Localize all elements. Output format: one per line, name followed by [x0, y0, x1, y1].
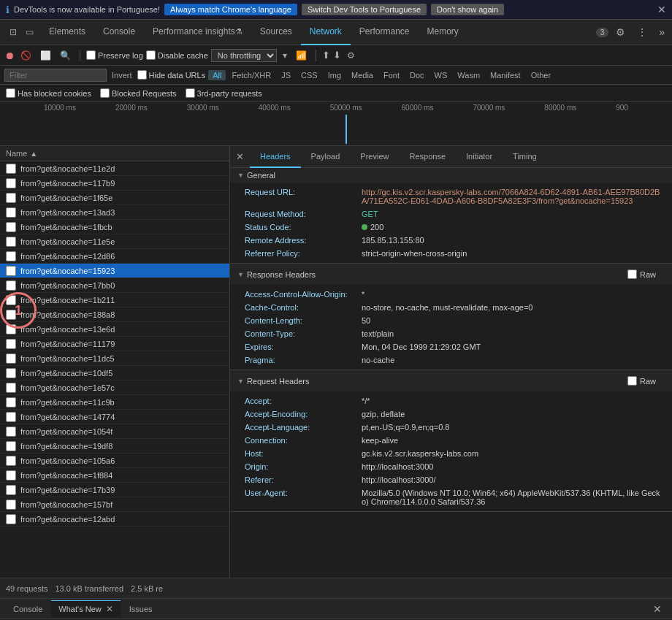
row-checkbox[interactable]: [6, 266, 16, 276]
detail-close-button[interactable]: ✕: [230, 151, 250, 162]
row-checkbox[interactable]: [6, 470, 16, 481]
network-list-item[interactable]: from?get&nocache=1f884: [0, 468, 229, 483]
network-list-item[interactable]: from?get&nocache=11179: [0, 337, 229, 351]
settings-icon[interactable]: ⚙: [611, 23, 630, 41]
network-list-item[interactable]: from?get&nocache=11e2d: [0, 161, 229, 176]
network-list-item[interactable]: from?get&nocache=1f65e: [0, 191, 229, 205]
general-section-header[interactable]: ▼ General: [230, 168, 672, 183]
chip-fetch-xhr[interactable]: Fetch/XHR: [227, 70, 275, 80]
tab-elements[interactable]: Elements: [40, 20, 94, 45]
search-button[interactable]: 🔍: [57, 49, 74, 62]
network-list-item[interactable]: from?get&nocache=10df5: [0, 366, 229, 380]
row-checkbox[interactable]: [6, 310, 16, 320]
record-button[interactable]: ⏺: [4, 50, 15, 61]
response-raw-checkbox[interactable]: [627, 269, 637, 279]
row-checkbox[interactable]: [6, 383, 16, 393]
detail-tab-headers[interactable]: Headers: [250, 146, 301, 168]
settings-icon-2[interactable]: ⚙: [344, 49, 358, 62]
row-checkbox[interactable]: [6, 353, 16, 364]
tab-console[interactable]: Console: [94, 20, 144, 45]
row-checkbox[interactable]: [6, 222, 16, 232]
detail-tab-initiator[interactable]: Initiator: [456, 146, 503, 168]
preserve-log-checkbox[interactable]: [86, 50, 96, 60]
network-list-item[interactable]: from?get&nocache=19df8: [0, 439, 229, 453]
third-party-label[interactable]: 3rd-party requests: [186, 88, 262, 98]
chip-font[interactable]: Font: [379, 70, 404, 80]
banner-close-button[interactable]: ✕: [657, 4, 666, 15]
whatsnew-close-button[interactable]: ✕: [106, 604, 113, 614]
switch-devtools-button[interactable]: Switch Dev Tools to Portuguese: [302, 4, 427, 15]
chip-js[interactable]: JS: [277, 70, 295, 80]
device-icon[interactable]: ▭: [23, 25, 36, 39]
chip-manifest[interactable]: Manifest: [486, 70, 525, 80]
blocked-requests-label[interactable]: Blocked Requests: [100, 88, 177, 98]
detail-tab-preview[interactable]: Preview: [350, 146, 399, 168]
row-checkbox[interactable]: [6, 485, 16, 495]
network-list-item[interactable]: from?get&nocache=17b39: [0, 483, 229, 497]
bottom-tab-issues[interactable]: Issues: [122, 602, 160, 616]
row-checkbox[interactable]: [6, 193, 16, 203]
tab-performance[interactable]: Performance: [351, 20, 419, 45]
preserve-log-label[interactable]: Preserve log: [86, 50, 143, 60]
row-checkbox[interactable]: [6, 456, 16, 466]
clear-button[interactable]: 🚫: [18, 49, 34, 62]
row-checkbox[interactable]: [6, 164, 16, 174]
request-headers-section-header[interactable]: ▼ Request Headers Raw: [230, 370, 672, 391]
tab-performance-insights[interactable]: Performance insights ⚗: [144, 20, 251, 45]
blocked-requests-checkbox[interactable]: [100, 88, 110, 98]
more-tabs-icon[interactable]: »: [654, 23, 669, 41]
inspect-icon[interactable]: ⊡: [7, 25, 19, 39]
import-har-button[interactable]: ⬆: [322, 50, 330, 61]
row-checkbox[interactable]: [6, 339, 16, 349]
network-list-item[interactable]: from?get&nocache=11c9b: [0, 395, 229, 410]
invert-button[interactable]: Invert: [110, 70, 134, 80]
response-headers-section-header[interactable]: ▼ Response Headers Raw: [230, 264, 672, 285]
row-checkbox[interactable]: [6, 412, 16, 422]
bottom-tab-console[interactable]: Console: [6, 602, 50, 616]
dont-show-button[interactable]: Don't show again: [431, 4, 504, 15]
network-list-item[interactable]: from?get&nocache=13e6d: [0, 322, 229, 337]
tab-sources[interactable]: Sources: [251, 20, 301, 45]
network-list-item[interactable]: from?get&nocache=1054f: [0, 424, 229, 439]
row-checkbox[interactable]: [6, 280, 16, 291]
network-list-item[interactable]: from?get&nocache=13ad3: [0, 205, 229, 220]
disable-cache-label[interactable]: Disable cache: [146, 50, 208, 60]
row-checkbox[interactable]: [6, 441, 16, 451]
row-checkbox[interactable]: [6, 178, 16, 188]
network-list-item[interactable]: from?get&nocache=14774: [0, 410, 229, 424]
network-list-item[interactable]: from?get&nocache=117b9: [0, 176, 229, 191]
filter-input[interactable]: [4, 69, 107, 82]
request-raw-checkbox[interactable]: [627, 376, 637, 386]
tab-network[interactable]: Network: [301, 20, 351, 45]
chip-css[interactable]: CSS: [297, 70, 322, 80]
hide-data-urls-checkbox[interactable]: [137, 70, 147, 80]
row-checkbox[interactable]: [6, 426, 16, 437]
network-list-item[interactable]: from?get&nocache=11dc5: [0, 351, 229, 366]
detail-tab-timing[interactable]: Timing: [503, 146, 547, 168]
row-checkbox[interactable]: [6, 295, 16, 305]
row-checkbox[interactable]: [6, 397, 16, 407]
row-checkbox[interactable]: [6, 324, 16, 334]
network-list-item[interactable]: from?get&nocache=188a8: [0, 307, 229, 322]
network-list-item[interactable]: from?get&nocache=11e5e: [0, 234, 229, 249]
blocked-cookies-checkbox[interactable]: [6, 88, 15, 98]
row-checkbox[interactable]: [6, 207, 16, 218]
chip-all[interactable]: All: [208, 70, 226, 80]
network-list-item[interactable]: from?get&nocache=12d86: [0, 249, 229, 264]
third-party-checkbox[interactable]: [186, 88, 195, 98]
bottom-tab-whatsnew[interactable]: What's New ✕: [51, 600, 120, 617]
chip-wasm[interactable]: Wasm: [453, 70, 484, 80]
chip-media[interactable]: Media: [347, 70, 378, 80]
request-raw-label[interactable]: Raw: [619, 373, 665, 389]
detail-tab-payload[interactable]: Payload: [301, 146, 351, 168]
detail-tab-response[interactable]: Response: [399, 146, 456, 168]
bottom-close-button[interactable]: ✕: [649, 600, 666, 618]
row-checkbox[interactable]: [6, 514, 16, 524]
throttle-select[interactable]: No throttling: [211, 49, 277, 62]
wifi-icon[interactable]: 📶: [293, 49, 310, 62]
network-list-item[interactable]: from?get&nocache=15923: [0, 264, 229, 278]
network-list-item[interactable]: from?get&nocache=12abd: [0, 512, 229, 527]
disable-cache-checkbox[interactable]: [146, 50, 156, 60]
network-list-item[interactable]: from?get&nocache=1e57c: [0, 380, 229, 395]
network-list-item[interactable]: from?get&nocache=157bf: [0, 497, 229, 512]
